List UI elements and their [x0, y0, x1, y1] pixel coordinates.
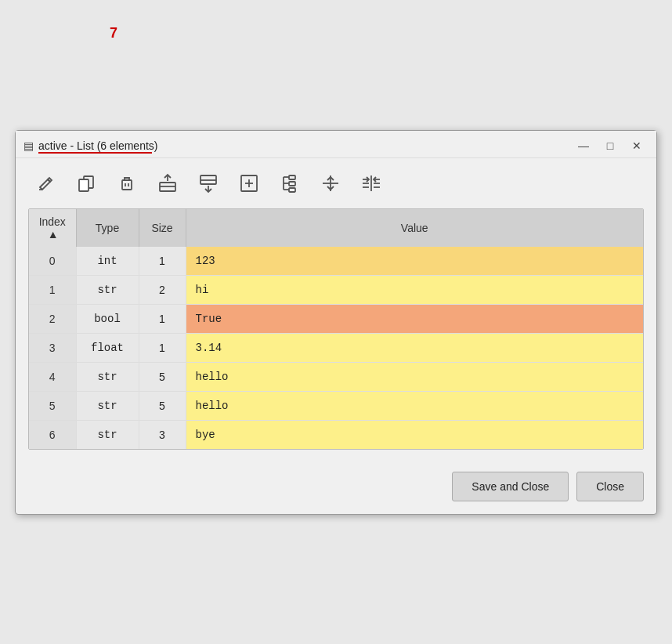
cell-value[interactable]: True — [186, 304, 643, 333]
window-controls: — □ ✕ — [573, 137, 647, 154]
table-row[interactable]: 3 float 1 3.14 — [29, 333, 643, 362]
cell-size: 5 — [139, 362, 186, 391]
svg-rect-3 — [122, 180, 132, 190]
cell-index: 3 — [29, 333, 76, 362]
cell-index: 0 — [29, 247, 76, 276]
table-row[interactable]: 5 str 5 hello — [29, 391, 643, 420]
cell-value[interactable]: hello — [186, 362, 643, 391]
svg-rect-19 — [289, 175, 295, 179]
add-button[interactable] — [232, 166, 266, 201]
align-button[interactable] — [313, 166, 348, 201]
cell-index: 6 — [29, 420, 76, 449]
cell-size: 5 — [139, 391, 186, 420]
cell-value[interactable]: hello — [186, 391, 643, 420]
cell-type: str — [76, 362, 139, 391]
table-row[interactable]: 2 bool 1 True — [29, 304, 643, 333]
window-icon: ▤ — [23, 139, 34, 152]
cell-size: 1 — [139, 333, 186, 362]
col-header-size[interactable]: Size — [139, 209, 186, 247]
insert-above-button[interactable] — [150, 166, 185, 201]
cell-size: 1 — [139, 304, 186, 333]
cell-index: 5 — [29, 391, 76, 420]
svg-rect-20 — [289, 182, 295, 186]
svg-rect-2 — [79, 179, 89, 191]
col-header-index[interactable]: Index ▲ — [29, 209, 76, 247]
data-table: Index ▲ Type Size Value 0 int 1 123 1 st… — [29, 209, 643, 449]
save-and-close-button[interactable]: Save and Close — [452, 472, 569, 501]
cell-value[interactable]: 123 — [186, 247, 643, 276]
footer: Save and Close Close — [16, 462, 656, 514]
close-button[interactable]: Close — [576, 472, 644, 501]
col-header-type[interactable]: Type — [76, 209, 139, 247]
sort-arrow-icon: ▲ — [48, 228, 59, 241]
cell-size: 3 — [139, 420, 186, 449]
cell-type: str — [76, 420, 139, 449]
cell-value[interactable]: bye — [186, 420, 643, 449]
cell-value[interactable]: hi — [186, 275, 643, 304]
window-title: active - List (6 elements) — [38, 139, 573, 152]
cell-size: 2 — [139, 275, 186, 304]
cell-type: float — [76, 333, 139, 362]
maximize-button[interactable]: □ — [600, 137, 620, 154]
table-section: Index ▲ Type Size Value 0 int 1 123 1 st… — [16, 208, 656, 462]
title-bar: ▤ active - List (6 elements) — □ ✕ — [16, 131, 656, 158]
minimize-button[interactable]: — — [573, 137, 594, 154]
edit-button[interactable] — [28, 166, 63, 201]
data-table-container: Index ▲ Type Size Value 0 int 1 123 1 st… — [28, 208, 644, 450]
table-row[interactable]: 0 int 1 123 — [29, 247, 643, 276]
svg-rect-21 — [289, 188, 295, 192]
cell-type: str — [76, 391, 139, 420]
cell-type: str — [76, 275, 139, 304]
cell-type: bool — [76, 304, 139, 333]
cell-index: 4 — [29, 362, 76, 391]
col-header-value[interactable]: Value — [186, 209, 643, 247]
table-row[interactable]: 4 str 5 hello — [29, 362, 643, 391]
cell-index: 2 — [29, 304, 76, 333]
tree-button[interactable] — [273, 166, 307, 201]
main-window: ▤ active - List (6 elements) — □ ✕ 7 — [15, 130, 657, 515]
cell-value[interactable]: 3.14 — [186, 333, 643, 362]
split-button[interactable] — [354, 166, 388, 201]
cell-size: 1 — [139, 247, 186, 276]
close-window-button[interactable]: ✕ — [627, 137, 647, 154]
insert-below-button[interactable] — [191, 166, 226, 201]
delete-button[interactable] — [110, 166, 144, 201]
table-row[interactable]: 6 str 3 bye — [29, 420, 643, 449]
cell-type: int — [76, 247, 139, 276]
toolbar — [16, 158, 656, 208]
copy-button[interactable] — [69, 166, 103, 201]
error-badge: 7 — [110, 25, 117, 42]
cell-index: 1 — [29, 275, 76, 304]
table-row[interactable]: 1 str 2 hi — [29, 275, 643, 304]
